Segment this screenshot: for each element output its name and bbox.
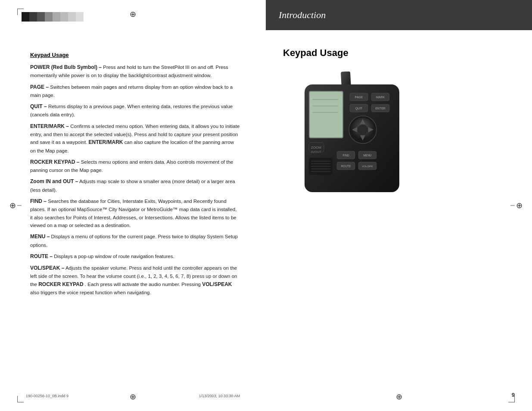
para-zoom: Zoom IN and OUT – Adjusts map scale to s… — [30, 177, 240, 194]
left-content: Keypad Usage POWER (Red Bulb Symbol) – P… — [30, 52, 240, 385]
para-find: FIND – Searches the database for Cities,… — [30, 197, 240, 229]
bar-seg-6 — [60, 12, 68, 22]
section-heading: Keypad Usage — [30, 52, 240, 58]
text-page: Switches between main pages and returns … — [30, 84, 233, 98]
reg-mark-bottom-right: ⊕ — [396, 392, 402, 402]
svg-text:FIND: FIND — [342, 154, 349, 157]
device-image: PAGE MARK QUIT ENTER — [296, 72, 417, 192]
reg-mark-right: ⊕ — [516, 201, 523, 210]
text-route: Displays a pop-up window of route naviga… — [54, 254, 174, 259]
reg-mark-left: ⊕ — [9, 201, 16, 210]
para-vol: VOL/SPEAK – Adjusts the speaker volume. … — [30, 264, 240, 296]
right-header: Introduction — [266, 0, 532, 30]
bar-seg-2 — [29, 12, 37, 22]
text-vol2: . Each press will activate the audio num… — [85, 282, 202, 287]
bar-seg-3 — [37, 12, 45, 22]
svg-text:MARK: MARK — [376, 96, 385, 99]
para-quit: QUIT – Returns display to a previous pag… — [30, 103, 240, 119]
svg-text:ENTER: ENTER — [375, 107, 386, 110]
header-title: Introduction — [279, 9, 326, 21]
left-page: ⊕ ⊕ Keypad Usage POWER (Red Bulb Symbol)… — [0, 0, 266, 411]
svg-text:QUIT: QUIT — [355, 107, 363, 110]
text-find: Searches the database for Cities, Inters… — [30, 199, 236, 228]
svg-text:ROUTE: ROUTE — [341, 165, 351, 168]
trim-left-mid — [17, 206, 22, 206]
term-find: FIND – — [30, 198, 47, 204]
term-power: POWER (Red Bulb Symbol) – — [30, 64, 102, 70]
svg-text:MENU: MENU — [363, 154, 371, 157]
para-menu: MENU – Displays a menu of options for th… — [30, 233, 240, 249]
para-power: POWER (Red Bulb Symbol) – Press and hold… — [30, 63, 240, 80]
term-zoom: Zoom IN and OUT – — [30, 178, 78, 184]
para-page: PAGE – Switches between main pages and r… — [30, 83, 240, 100]
page-spread: ⊕ ⊕ Keypad Usage POWER (Red Bulb Symbol)… — [0, 0, 532, 411]
svg-text:ZOOM: ZOOM — [311, 146, 321, 149]
term-enter-bold: ENTER/MARK — [89, 139, 123, 145]
svg-point-17 — [358, 125, 368, 135]
doc-id: 190-00256-10_0B.indd 9 — [26, 394, 68, 398]
timestamp: 1/13/2003, 10:33:30 AM — [199, 394, 240, 398]
bar-seg-5 — [53, 12, 60, 22]
svg-rect-3 — [310, 92, 342, 137]
page-number: 9 — [512, 392, 515, 398]
trim-right-mid — [510, 206, 515, 206]
deco-bar-left — [22, 12, 84, 22]
right-content: Keypad Usage — [266, 30, 532, 411]
term-vol2-bold: VOL/SPEAK — [202, 281, 232, 287]
term-menu: MENU – — [30, 234, 50, 240]
right-page: ⊕ Introduction Keypad Usage — [266, 0, 532, 411]
svg-text:VOL/SPK: VOL/SPK — [362, 165, 373, 168]
para-rocker: ROCKER KEYPAD – Selects menu options and… — [30, 158, 240, 174]
para-route: ROUTE – Displays a pop-up window of rout… — [30, 252, 240, 261]
term-rocker2: ROCKER KEYPAD — [38, 281, 83, 287]
term-quit: QUIT – — [30, 103, 47, 109]
right-section-heading: Keypad Usage — [283, 47, 348, 59]
reg-mark-top: ⊕ — [130, 9, 136, 19]
trim-tl — [17, 9, 24, 15]
device-svg: PAGE MARK QUIT ENTER — [296, 72, 408, 196]
term-rocker: ROCKER KEYPAD – — [30, 159, 79, 165]
para-enter: ENTER/MARK – Confirms a selected menu op… — [30, 122, 240, 155]
reg-mark-bottom-left: ⊕ — [130, 392, 136, 402]
svg-text:PAGE: PAGE — [355, 96, 363, 99]
term-page: PAGE – — [30, 84, 49, 90]
term-route: ROUTE – — [30, 253, 53, 259]
bar-seg-8 — [76, 12, 84, 22]
term-vol: VOL/SPEAK – — [30, 265, 64, 271]
term-enter: ENTER/MARK – — [30, 123, 69, 129]
text-quit: Returns display to a previous page. When… — [30, 104, 233, 117]
text-menu: Displays a menu of options for the curre… — [30, 234, 238, 247]
trim-bl — [17, 396, 24, 402]
text-vol3: also triggers the voice repeat function … — [30, 290, 151, 295]
bar-seg-4 — [45, 12, 53, 22]
svg-text:IN/OUT: IN/OUT — [311, 150, 321, 153]
bar-seg-7 — [68, 12, 76, 22]
